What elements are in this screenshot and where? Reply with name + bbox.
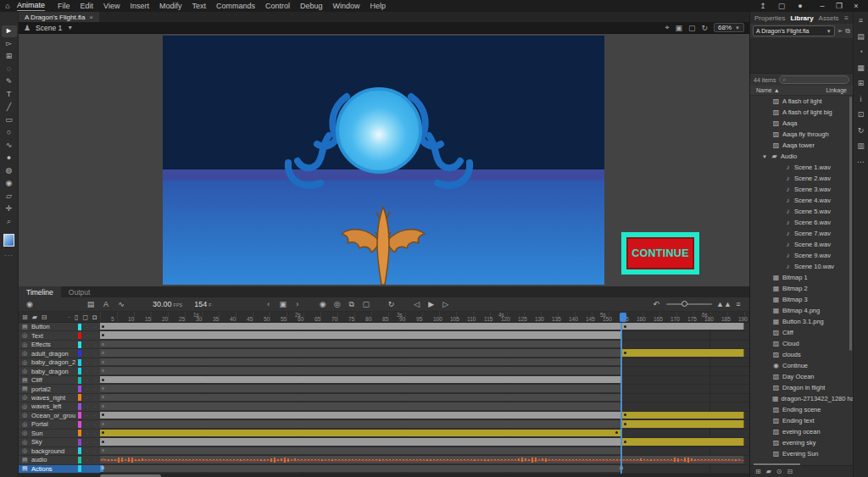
layer-background[interactable]: ◎background·· xyxy=(19,447,100,456)
layer-frames-effects[interactable] xyxy=(100,341,749,349)
layer-text[interactable]: ◎Text·· xyxy=(19,331,100,340)
new-layer-icon[interactable]: ⊞ xyxy=(22,313,28,321)
library-item-bitmap-1[interactable]: ▦Bitmap 1 xyxy=(750,272,853,283)
library-item-scene-4-wav[interactable]: ♪Scene 4.wav xyxy=(750,195,853,206)
new-library-panel-icon[interactable]: ⧉ xyxy=(845,27,850,36)
hand-tool[interactable]: ✛ xyxy=(2,203,17,215)
highlight-layers-icon[interactable]: · xyxy=(68,313,70,321)
frame-span[interactable] xyxy=(100,367,622,374)
layer-frames-adult_dragon[interactable] xyxy=(100,349,749,358)
library-item-continue[interactable]: ◉Continue xyxy=(750,360,853,371)
frame-span[interactable] xyxy=(622,412,744,419)
library-item-day-ocean[interactable]: ▨Day Ocean xyxy=(750,371,853,382)
library-item-scene-3-wav[interactable]: ♪Scene 3.wav xyxy=(750,184,853,195)
layer-lock-dot[interactable]: · xyxy=(92,440,98,445)
history-panel-icon[interactable]: ↻ xyxy=(858,126,865,135)
frame-span[interactable] xyxy=(622,420,744,427)
menu-view[interactable]: View xyxy=(99,1,124,11)
frame-span[interactable] xyxy=(100,323,622,330)
frame-span[interactable] xyxy=(622,438,744,445)
layer-frames-background[interactable] xyxy=(100,447,749,456)
current-frame-value[interactable]: 154 xyxy=(194,300,207,308)
layer-portal2[interactable]: ▤portal2·· xyxy=(19,385,100,393)
layer-frames-baby_dragon_2[interactable] xyxy=(100,358,749,367)
collapse-panels-icon[interactable]: ≡ xyxy=(859,16,863,25)
frame-span[interactable] xyxy=(622,323,744,330)
library-item-aaqa-tower[interactable]: ▨Aaqa tower xyxy=(750,140,853,151)
layer-ocean_or_ground[interactable]: ◎Ocean_or_ground·· xyxy=(19,412,100,420)
zoom-level-select[interactable]: 68% ▼ xyxy=(714,23,744,32)
next-keyframe-icon[interactable]: › xyxy=(292,300,303,308)
library-item-scene-2-wav[interactable]: ♪Scene 2.wav xyxy=(750,173,853,184)
library-item-scene-7-wav[interactable]: ♪Scene 7.wav xyxy=(750,228,853,239)
window-layout-icon[interactable]: ▢ xyxy=(776,2,787,10)
library-item-dragon-in-flight[interactable]: ▨Dragon in flight xyxy=(750,382,853,393)
layer-button[interactable]: ▤Button·· xyxy=(19,323,100,331)
continue-button[interactable]: CONTINUE xyxy=(621,232,699,275)
color-panel-icon[interactable]: ◔ xyxy=(859,47,863,56)
menu-help[interactable]: Help xyxy=(366,1,391,11)
layer-frames-baby_dragon[interactable] xyxy=(100,367,749,375)
play-icon[interactable]: ▶ xyxy=(426,300,437,308)
library-item-evening-sky[interactable]: ▨evening sky xyxy=(750,437,853,448)
layer-lock-dot[interactable]: · xyxy=(92,466,98,471)
fit-stage-icon[interactable]: ▢ xyxy=(688,24,696,32)
layer-audio[interactable]: ▤audio·· xyxy=(19,456,100,464)
close-tab-icon[interactable]: × xyxy=(89,14,93,21)
rotate-stage-icon[interactable]: ↻ xyxy=(701,24,708,32)
layer-lock-dot[interactable]: · xyxy=(92,378,98,383)
oval-tool[interactable]: ○ xyxy=(2,127,17,139)
loop-icon[interactable]: ↻ xyxy=(386,300,398,308)
insert-keyframe-icon[interactable]: ▣ xyxy=(277,300,289,308)
layer-lock-dot[interactable]: · xyxy=(92,404,98,409)
layer-depth-icon[interactable]: ▤ xyxy=(85,300,97,308)
menu-modify[interactable]: Modify xyxy=(155,1,186,11)
edit-symbols-icon[interactable]: ▣ xyxy=(675,24,682,32)
more-tools-icon[interactable]: ··· xyxy=(4,252,14,259)
menu-debug[interactable]: Debug xyxy=(296,1,327,11)
frame-span[interactable] xyxy=(100,358,622,365)
show-hide-all-icon[interactable]: ▯ xyxy=(75,313,78,321)
layer-frames-ocean_or_ground[interactable] xyxy=(100,412,749,420)
stage-pasteboard[interactable]: CONTINUE xyxy=(19,34,749,286)
timeline-zoom-slider[interactable] xyxy=(666,303,712,305)
library-item-aaqa-fly-through[interactable]: ▨Aaqa fly through xyxy=(750,129,853,140)
layer-lock-dot[interactable]: · xyxy=(92,430,98,435)
rectangle-tool[interactable]: ▭ xyxy=(2,114,17,126)
prev-keyframe-icon[interactable]: ‹ xyxy=(263,300,275,308)
layer-visibility-dot[interactable]: · xyxy=(84,404,90,409)
menu-control[interactable]: Control xyxy=(261,1,294,11)
paint-bucket-tool[interactable]: ◍ xyxy=(2,165,17,177)
library-item-aaqa[interactable]: ▨Aaqa xyxy=(750,118,853,129)
library-item-bitmap-4-png[interactable]: ▦Bitmap 4.png xyxy=(750,305,853,316)
tab-timeline[interactable]: Timeline xyxy=(19,286,61,297)
layer-frames-portal[interactable] xyxy=(100,420,749,429)
layer-actions[interactable]: ▤Actions·· xyxy=(19,465,100,474)
layer-visibility-dot[interactable]: · xyxy=(84,369,90,374)
layer-lock-dot[interactable]: · xyxy=(92,360,98,365)
library-item-scene-5-wav[interactable]: ♪Scene 5.wav xyxy=(750,206,853,217)
info-panel-icon[interactable]: i xyxy=(860,95,862,103)
menu-file[interactable]: File xyxy=(53,1,75,11)
layer-visibility-dot[interactable]: · xyxy=(84,422,90,427)
layer-visibility-dot[interactable]: · xyxy=(84,413,90,418)
graph-editor-icon[interactable]: ∿ xyxy=(115,300,127,308)
layer-visibility-dot[interactable]: · xyxy=(84,342,90,347)
stage-canvas[interactable] xyxy=(163,36,604,285)
new-folder-icon[interactable]: ▰ xyxy=(766,468,771,475)
layer-lock-dot[interactable]: · xyxy=(92,342,98,347)
pin-library-icon[interactable]: ➢ xyxy=(837,27,843,35)
frame-span[interactable] xyxy=(100,402,622,409)
layer-frames-audio[interactable] xyxy=(100,456,749,464)
timeline-ruler[interactable]: 5101520253035404550556065707580859095100… xyxy=(100,312,749,322)
library-item-clouds[interactable]: ▨clouds xyxy=(750,349,853,360)
menu-commands[interactable]: Commands xyxy=(212,1,259,11)
library-item-bitmap-3[interactable]: ▦Bitmap 3 xyxy=(750,294,853,305)
layer-baby_dragon_2[interactable]: ◎baby_dragon_2·· xyxy=(19,358,100,367)
layer-waves_right[interactable]: ◎waves_right·· xyxy=(19,394,100,402)
delete-item-icon[interactable]: ⊟ xyxy=(787,468,793,475)
lock-all-icon[interactable]: ◘ xyxy=(92,313,97,321)
outline-all-icon[interactable]: ◻ xyxy=(83,313,89,321)
folder-expand-chevron-icon[interactable]: ▼ xyxy=(762,154,768,159)
frame-span[interactable] xyxy=(100,385,622,391)
